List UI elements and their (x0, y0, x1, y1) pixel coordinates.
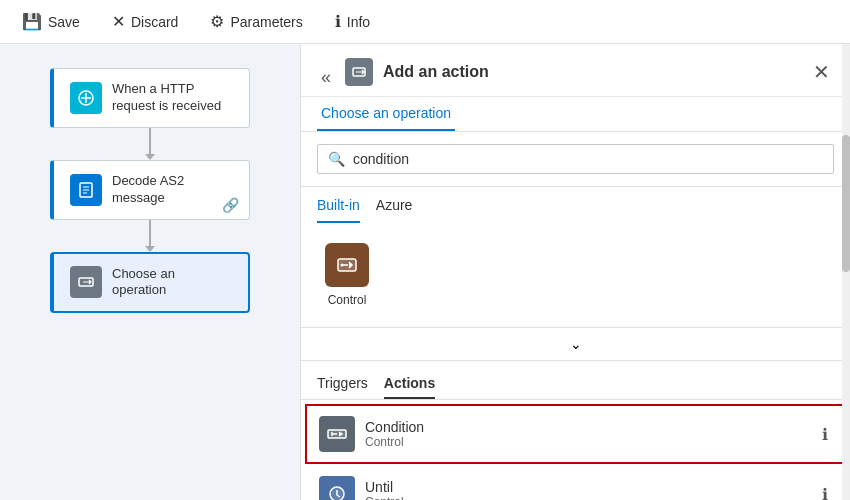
action-condition[interactable]: Condition Control ℹ (305, 404, 846, 464)
results-grid: Control (317, 235, 834, 315)
control-label: Control (328, 293, 367, 307)
choose-node-icon (70, 266, 102, 298)
main-layout: When a HTTP request is received Decode A… (0, 44, 850, 500)
control-icon (325, 243, 369, 287)
results-section: Control (301, 223, 850, 328)
connector-1 (145, 128, 155, 160)
info-button[interactable]: ℹ Info (329, 8, 376, 35)
svg-point-5 (341, 264, 344, 267)
condition-subtitle: Control (365, 435, 818, 449)
http-node[interactable]: When a HTTP request is received (50, 68, 250, 128)
parameters-icon: ⚙ (210, 12, 224, 31)
tab-triggers[interactable]: Triggers (317, 369, 368, 399)
panel-title-section: Add an action (345, 58, 489, 96)
discard-label: Discard (131, 14, 178, 30)
action-until[interactable]: Until Control ℹ (305, 464, 846, 500)
until-name: Until (365, 479, 818, 495)
right-panel: « Add an action ✕ Choos (300, 44, 850, 500)
until-text: Until Control (365, 479, 818, 500)
action-section: Triggers Actions Condition Cont (301, 361, 850, 500)
condition-name: Condition (365, 419, 818, 435)
flow-canvas: When a HTTP request is received Decode A… (0, 44, 300, 500)
tab-azure[interactable]: Azure (376, 197, 413, 223)
tab-builtin[interactable]: Built-in (317, 197, 360, 223)
connector-arrow-2 (145, 246, 155, 252)
condition-info-button[interactable]: ℹ (818, 423, 832, 446)
connector-line-2 (149, 220, 151, 246)
result-control[interactable]: Control (317, 235, 377, 315)
save-icon: 💾 (22, 12, 42, 31)
panel-close-button[interactable]: ✕ (809, 60, 834, 84)
decode-node-icon (70, 174, 102, 206)
link-icon: 🔗 (222, 197, 239, 213)
panel-title-row: Add an action (345, 58, 489, 86)
save-label: Save (48, 14, 80, 30)
scrollbar-track[interactable] (842, 44, 850, 500)
panel-operation-tabs: Choose an operation (301, 97, 850, 132)
category-tabs: Built-in Azure (301, 187, 850, 223)
http-node-icon (70, 82, 102, 114)
search-box: 🔍 (317, 144, 834, 174)
search-container: 🔍 (301, 132, 850, 187)
save-button[interactable]: 💾 Save (16, 8, 86, 35)
choose-node[interactable]: Choose an operation (50, 252, 250, 314)
discard-icon: ✕ (112, 12, 125, 31)
search-icon: 🔍 (328, 151, 345, 167)
decode-node-label: Decode AS2 message (112, 173, 233, 207)
connector-arrow-1 (145, 154, 155, 160)
parameters-button[interactable]: ⚙ Parameters (204, 8, 308, 35)
scrollbar-thumb[interactable] (842, 135, 850, 272)
discard-button[interactable]: ✕ Discard (106, 8, 184, 35)
expand-icon: ⌄ (570, 336, 582, 352)
info-label: Info (347, 14, 370, 30)
http-node-label: When a HTTP request is received (112, 81, 233, 115)
tab-choose-operation[interactable]: Choose an operation (317, 97, 455, 131)
toolbar: 💾 Save ✕ Discard ⚙ Parameters ℹ Info (0, 0, 850, 44)
until-icon (319, 476, 355, 500)
choose-node-label: Choose an operation (112, 266, 232, 300)
tab-actions[interactable]: Actions (384, 369, 435, 399)
condition-text: Condition Control (365, 419, 818, 449)
info-icon: ℹ (335, 12, 341, 31)
panel-collapse-button[interactable]: « (317, 67, 335, 88)
panel-action-icon (345, 58, 373, 86)
panel-title: Add an action (383, 63, 489, 81)
action-tabs: Triggers Actions (301, 369, 850, 400)
expand-row[interactable]: ⌄ (301, 328, 850, 361)
connector-line-1 (149, 128, 151, 154)
panel-header: « Add an action ✕ (301, 44, 850, 97)
connector-2 (145, 220, 155, 252)
until-subtitle: Control (365, 495, 818, 500)
action-list: Condition Control ℹ Until (301, 404, 850, 500)
condition-icon (319, 416, 355, 452)
search-input[interactable] (353, 151, 823, 167)
decode-node[interactable]: Decode AS2 message 🔗 (50, 160, 250, 220)
until-info-button[interactable]: ℹ (818, 483, 832, 501)
parameters-label: Parameters (230, 14, 302, 30)
panel-header-left: « Add an action (317, 58, 489, 96)
